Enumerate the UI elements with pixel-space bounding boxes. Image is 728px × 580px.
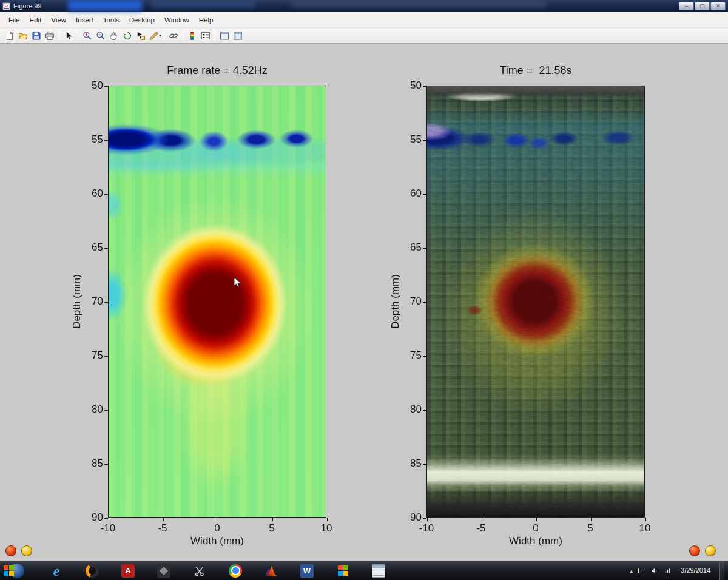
right-ytick: 90 bbox=[397, 511, 422, 524]
show-plot-tools-icon[interactable] bbox=[231, 29, 244, 42]
recorder-stop-button[interactable] bbox=[5, 545, 16, 556]
left-plot-axes[interactable] bbox=[108, 86, 326, 518]
left-xtick: 0 bbox=[214, 522, 220, 534]
right-ylabel: Depth (mm) bbox=[389, 274, 402, 329]
left-xtick: -10 bbox=[101, 522, 116, 534]
pan-icon[interactable] bbox=[107, 29, 121, 42]
data-cursor-icon[interactable] bbox=[134, 29, 147, 42]
figure-canvas: Frame rate = 4.52Hz 50 55 60 65 70 75 80… bbox=[0, 44, 728, 561]
display-tray-icon[interactable] bbox=[638, 568, 645, 573]
right-ytick: 85 bbox=[397, 457, 422, 470]
print-figure-icon[interactable] bbox=[43, 29, 56, 42]
right-ytick: 65 bbox=[397, 241, 422, 254]
menu-file[interactable]: File bbox=[4, 14, 25, 26]
window-titlebar[interactable]: Figure 99 – ▢ ✕ bbox=[0, 0, 728, 12]
hide-plot-tools-icon[interactable] bbox=[218, 29, 231, 42]
toolbar-separator bbox=[78, 30, 78, 41]
right-plot-axes[interactable] bbox=[426, 86, 645, 518]
network-tray-icon[interactable] bbox=[664, 567, 672, 575]
menu-view[interactable]: View bbox=[46, 14, 71, 26]
menu-bar: File Edit View Insert Tools Desktop Wind… bbox=[0, 12, 728, 28]
left-xlabel: Width (mm) bbox=[108, 535, 326, 547]
menu-tools[interactable]: Tools bbox=[98, 14, 124, 26]
brush-dropdown-caret-icon[interactable]: ▾ bbox=[159, 33, 161, 38]
windows-flag-icon bbox=[4, 565, 14, 576]
toolbar-separator bbox=[215, 30, 215, 41]
recorder-pause-button[interactable] bbox=[705, 545, 716, 556]
insert-colorbar-icon[interactable] bbox=[186, 29, 199, 42]
open-file-icon[interactable] bbox=[16, 29, 30, 42]
left-ylabel: Depth (mm) bbox=[71, 274, 83, 329]
left-ytick: 50 bbox=[79, 79, 103, 92]
taskbar: e A W ▴ 3/29/2014 bbox=[0, 561, 728, 580]
menu-window[interactable]: Window bbox=[160, 14, 194, 26]
zoom-in-icon[interactable] bbox=[81, 29, 94, 42]
left-ytick: 60 bbox=[79, 187, 103, 200]
save-figure-icon[interactable] bbox=[30, 29, 43, 42]
menu-insert[interactable]: Insert bbox=[71, 14, 98, 26]
adobe-reader-icon[interactable]: A bbox=[120, 562, 136, 579]
video-overlay-smudge bbox=[68, 0, 142, 11]
link-plot-icon[interactable] bbox=[167, 29, 180, 42]
menu-help[interactable]: Help bbox=[194, 14, 218, 26]
internet-explorer-icon[interactable]: e bbox=[48, 562, 65, 579]
word-icon[interactable]: W bbox=[298, 562, 315, 579]
maximize-button[interactable]: ▢ bbox=[695, 2, 710, 10]
right-plot-title: Time = 21.58s bbox=[426, 64, 645, 77]
new-figure-icon[interactable] bbox=[3, 29, 16, 42]
toolbar-separator bbox=[59, 30, 59, 41]
recorder-pause-button[interactable] bbox=[21, 545, 32, 556]
figure-window-icon bbox=[2, 2, 10, 10]
right-xtick: 0 bbox=[533, 522, 538, 534]
right-xlabel: Width (mm) bbox=[426, 535, 645, 547]
zoom-out-icon[interactable] bbox=[94, 29, 107, 42]
video-overlay-smudge bbox=[291, 1, 546, 8]
right-xtick: 10 bbox=[639, 522, 651, 534]
figure-toolbar: ▾ bbox=[0, 28, 728, 44]
toolbar-separator bbox=[183, 30, 183, 41]
mouse-cursor-icon bbox=[234, 277, 242, 289]
system-tray: ▴ 3/29/2014 bbox=[630, 561, 728, 580]
clock-date[interactable]: 3/29/2014 bbox=[678, 567, 713, 575]
sticky-notes-icon[interactable] bbox=[370, 562, 387, 579]
menu-edit[interactable]: Edit bbox=[25, 14, 47, 26]
start-button[interactable] bbox=[2, 562, 29, 579]
left-ytick: 65 bbox=[79, 241, 103, 254]
windows-logo-icon[interactable] bbox=[334, 562, 351, 579]
left-ytick: 90 bbox=[79, 511, 103, 524]
matlab-icon[interactable] bbox=[263, 562, 280, 579]
window-title: Figure 99 bbox=[13, 2, 41, 10]
show-hidden-icons-icon[interactable]: ▴ bbox=[630, 568, 633, 574]
ultrasound-speckle-noise bbox=[427, 86, 644, 517]
minimize-button[interactable]: – bbox=[679, 2, 694, 10]
right-ytick: 60 bbox=[397, 187, 422, 200]
matlab-figure-window: Figure 99 – ▢ ✕ File Edit View Insert To… bbox=[0, 0, 728, 580]
menu-desktop[interactable]: Desktop bbox=[124, 14, 160, 26]
left-xtick: 10 bbox=[321, 522, 332, 534]
right-xtick: 5 bbox=[587, 522, 593, 534]
left-xtick: -5 bbox=[158, 522, 167, 534]
rotate-3d-icon[interactable] bbox=[121, 29, 134, 42]
dark-app-icon[interactable] bbox=[155, 562, 172, 579]
snipping-tool-icon[interactable] bbox=[191, 562, 208, 579]
video-overlay-smudge bbox=[152, 1, 255, 8]
elastogram-image bbox=[109, 86, 326, 517]
left-ytick: 75 bbox=[79, 349, 103, 362]
volume-tray-icon[interactable] bbox=[651, 567, 659, 575]
left-ytick: 85 bbox=[79, 457, 103, 470]
left-plot-title: Frame rate = 4.52Hz bbox=[108, 64, 326, 77]
close-button[interactable]: ✕ bbox=[710, 2, 726, 10]
edit-plot-icon[interactable] bbox=[62, 29, 75, 42]
insert-legend-icon[interactable] bbox=[199, 29, 212, 42]
right-ytick: 75 bbox=[397, 349, 422, 362]
chrome-icon[interactable] bbox=[227, 562, 244, 579]
right-ytick: 80 bbox=[397, 403, 422, 416]
left-ytick: 55 bbox=[79, 133, 103, 146]
recorder-stop-button[interactable] bbox=[689, 545, 700, 556]
right-xtick: -10 bbox=[419, 522, 434, 534]
media-player-icon[interactable] bbox=[84, 562, 101, 579]
show-desktop-button[interactable] bbox=[719, 561, 724, 580]
right-ytick: 55 bbox=[397, 133, 422, 146]
left-ytick: 80 bbox=[79, 403, 103, 416]
left-xtick: 5 bbox=[269, 522, 274, 534]
